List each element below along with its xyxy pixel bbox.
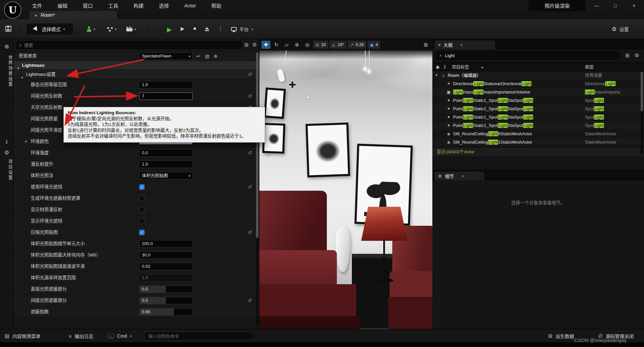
property-input[interactable]: 0.0 (139, 149, 193, 157)
menu-item-build[interactable]: 构建 (134, 2, 144, 9)
outliner-row[interactable]: ▼⌂Room（编辑器）世界场景 (432, 71, 644, 79)
3d-scene[interactable]: ✚ ✚ ✚ ✚ (259, 50, 432, 329)
reset-to-default-button[interactable]: ↺ (248, 181, 252, 193)
property-input[interactable]: 0.5 (139, 286, 193, 293)
maximize-viewport-button[interactable]: ⊞ (421, 41, 430, 49)
close-icon[interactable]: × (460, 42, 463, 47)
move-gizmo-icon[interactable]: ✚ (289, 80, 296, 90)
outliner-row[interactable]: ✦PointLightStatic1_SpotLightStaSpotLight… (432, 96, 644, 105)
scrollbar-thumb[interactable] (256, 52, 258, 238)
outliner-row[interactable]: ✦PointLightStatic1_SpotLightStaSpotLight… (432, 121, 644, 130)
column-type[interactable]: 类型 (585, 63, 594, 71)
tab-details[interactable]: ⚙ 细节 × (434, 172, 484, 180)
photoreal-render-button[interactable]: 照片级渲染 (528, 0, 586, 11)
rotate-tool-button[interactable]: ↻ (272, 41, 281, 49)
property-input[interactable]: 30.0 (139, 251, 193, 259)
select-mode-dropdown[interactable]: 选择模式 ▾ (26, 23, 73, 35)
grid-view-icon[interactable]: ⊞ (244, 42, 249, 48)
scrollbar[interactable] (256, 52, 258, 326)
menu-item-help[interactable]: 帮助 (211, 2, 221, 9)
tab-outliner[interactable]: ≡ 大纲 × (434, 40, 495, 49)
eye-icon[interactable]: ◉ (436, 63, 439, 71)
console-command-input[interactable] (144, 332, 254, 340)
use-selected-icon[interactable]: ↩ (196, 51, 200, 61)
property-input[interactable]: 7 (139, 93, 193, 100)
property-dropdown[interactable]: 体积光照贴图▾ (139, 172, 193, 179)
reset-to-default-button[interactable]: ↺ (248, 91, 252, 102)
outliner-row[interactable]: ◈SM_RoundCeilingLight6StaticMeshActorSta… (432, 130, 644, 138)
outliner-row[interactable]: ✦PointLightStatic1_SpotLightStaSpotLight… (432, 113, 644, 121)
outliner-row[interactable]: ◈SM_RoundCeilingLight1StaticMeshActorSta… (432, 138, 644, 146)
property-input[interactable]: 1.0 (139, 161, 193, 168)
surface-snap-button[interactable]: ◎ (303, 41, 312, 49)
menu-item-window[interactable]: 窗口 (83, 2, 93, 9)
tab-project-settings[interactable]: 项目设置 (0, 159, 13, 181)
play-button[interactable]: ▶ (167, 26, 172, 33)
add-item-icon[interactable]: ⊞ (625, 52, 630, 58)
search-box[interactable]: ⌕ (16, 41, 242, 49)
platform-dropdown[interactable]: 平台 ▾ (231, 23, 253, 35)
add-icon[interactable]: ⊕ (214, 51, 218, 61)
play-options-button[interactable]: ⋮ (218, 25, 223, 32)
property-input[interactable]: 0.65 (139, 308, 193, 316)
browse-icon[interactable]: ▤ (205, 51, 209, 61)
settings-button[interactable]: ⚙ 设置 (612, 23, 629, 35)
spectator-class-dropdown[interactable]: SpectatorPawn ▾ (139, 52, 193, 60)
property-input[interactable]: 0.5 (139, 297, 193, 304)
subsection-lightmass-settings[interactable]: ▼ Lightmass设置 ↺ (13, 70, 259, 79)
section-header-lightmass[interactable]: ▼ Lightmass (13, 61, 259, 70)
outliner-search-input[interactable] (445, 53, 616, 58)
property-input[interactable]: 1.0 (139, 81, 193, 89)
light-sprite-icon[interactable]: ✚ (305, 94, 310, 101)
save-button[interactable] (5, 26, 11, 32)
level-tab-room[interactable]: ▲ Room* (29, 11, 117, 19)
menu-item-actor[interactable]: Actor (184, 3, 196, 8)
outliner-row[interactable]: ✦PointLightStatic1_SpotLightStaSpotLight… (432, 105, 644, 113)
grid-snap-control[interactable]: ⊞ 10 (313, 41, 328, 49)
tab-world-settings[interactable]: 世界场景设置 (0, 55, 13, 87)
reset-to-default-button[interactable]: ↺ (248, 147, 252, 159)
derived-data-button[interactable]: ⊞ 派生数据 (548, 329, 574, 343)
outliner-row[interactable]: ▣LightmassLightmassImportanceVolumeLight… (432, 88, 644, 96)
frame-skip-button[interactable]: ▶ (181, 26, 185, 32)
menu-item-tools[interactable]: 工具 (108, 2, 118, 9)
cinematics-button[interactable]: ▾ (126, 23, 136, 35)
gear-icon[interactable]: ⚙ (635, 52, 639, 58)
move-tool-button[interactable]: ✚ (261, 41, 270, 49)
property-checkbox[interactable] (139, 196, 145, 201)
camera-speed-control[interactable]: ◉ 4 (368, 41, 380, 49)
scale-tool-button[interactable]: ▱ (282, 41, 291, 49)
close-button[interactable]: × (625, 0, 643, 11)
clear-search-icon[interactable]: × (439, 53, 442, 58)
reset-to-default-button[interactable]: ↺ (248, 69, 252, 80)
blueprints-button[interactable]: ▾ (107, 23, 117, 35)
menu-item-edit[interactable]: 编辑 (57, 2, 67, 9)
property-checkbox[interactable] (139, 207, 145, 212)
cmd-dropdown[interactable]: ›_ Cmd ▾ (108, 329, 132, 343)
property-input[interactable]: 1.0 (139, 274, 193, 282)
world-local-toggle-button[interactable]: ⊕ (292, 41, 301, 49)
property-checkbox[interactable]: ✓ (139, 230, 145, 235)
add-actor-button[interactable]: ▾ (86, 23, 95, 35)
property-checkbox[interactable]: ✓ (139, 184, 145, 190)
scrollbar[interactable] (641, 71, 643, 155)
reset-to-default-button[interactable]: ↺ (248, 295, 252, 306)
reset-to-default-button[interactable]: ↺ (248, 227, 252, 238)
pin-column-icon[interactable]: ↧ (443, 63, 447, 71)
minimize-button[interactable]: — (587, 0, 606, 11)
content-drawer-button[interactable]: ▤ 内容侧滑菜单 (5, 329, 40, 343)
property-input[interactable]: 0.02 (139, 263, 193, 270)
gear-icon[interactable]: ⚙ (252, 42, 257, 48)
expander-icon[interactable]: ▶ (25, 136, 27, 147)
column-item-label[interactable]: 项目标签 (452, 63, 469, 71)
property-input[interactable]: 200.0 (139, 240, 193, 247)
stop-button[interactable]: ■ (193, 26, 196, 31)
scrollbar-thumb[interactable] (641, 72, 643, 111)
close-icon[interactable]: × (462, 174, 464, 179)
output-log-button[interactable]: ≡ 输出日志 (69, 329, 93, 343)
maximize-button[interactable]: □ (606, 0, 625, 11)
search-input[interactable] (24, 43, 238, 48)
property-checkbox[interactable] (139, 218, 145, 224)
scale-snap-control[interactable]: ↗ 0.25 (348, 41, 366, 49)
outliner-row[interactable]: ☀DirectionalLightStationarDirectionalLig… (432, 79, 644, 88)
